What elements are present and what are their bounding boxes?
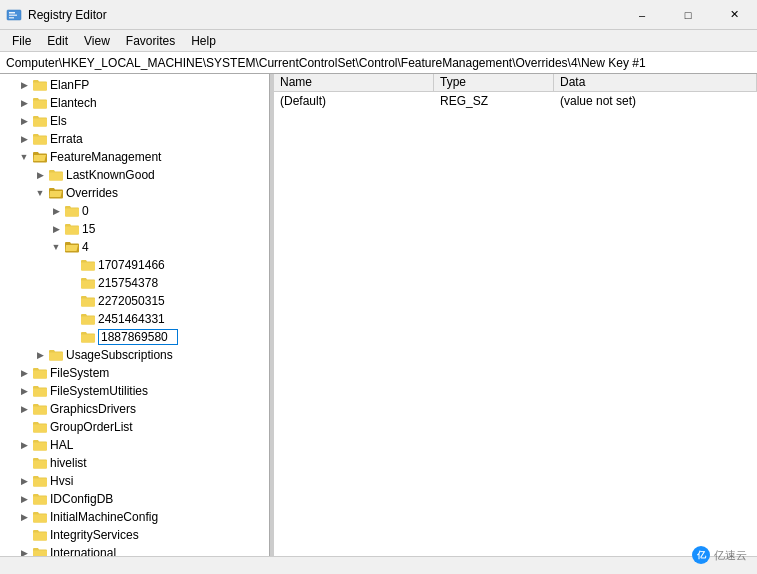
expander-initialmachineconfig[interactable]: ▶ (16, 509, 32, 525)
svg-rect-3 (9, 17, 14, 19)
folder-icon-k2272 (80, 293, 96, 309)
folder-icon-k1707 (80, 257, 96, 273)
expander-errata[interactable]: ▶ (16, 131, 32, 147)
address-bar: Computer\HKEY_LOCAL_MACHINE\SYSTEM\Curre… (0, 52, 757, 74)
expander-hvsi[interactable]: ▶ (16, 473, 32, 489)
folder-icon-k1887 (80, 329, 96, 345)
minimize-button[interactable]: – (619, 0, 665, 30)
registry-row-default[interactable]: (Default) REG_SZ (value not set) (274, 92, 757, 110)
tree-item-overrides[interactable]: ▼ Overrides (0, 184, 269, 202)
right-pane: Name Type Data (Default) REG_SZ (value n… (274, 74, 757, 556)
tree-label-fifteen: 15 (82, 222, 95, 236)
menu-help[interactable]: Help (183, 32, 224, 50)
menu-edit[interactable]: Edit (39, 32, 76, 50)
expander-fifteen[interactable]: ▶ (48, 221, 64, 237)
tree-rename-input-k1887[interactable] (98, 329, 178, 345)
expander-featuremgmt[interactable]: ▼ (16, 149, 32, 165)
folder-icon-graphicsdrivers (32, 401, 48, 417)
expander-integrityservices-empty (16, 527, 32, 543)
folder-icon-four (64, 239, 80, 255)
expander-idconfigdb[interactable]: ▶ (16, 491, 32, 507)
folder-icon-featuremgmt (32, 149, 48, 165)
folder-icon-zero (64, 203, 80, 219)
expander-elantech[interactable]: ▶ (16, 95, 32, 111)
tree-item-idconfigdb[interactable]: ▶ IDConfigDB (0, 490, 269, 508)
cell-type-default: REG_SZ (434, 94, 554, 108)
tree-item-k2451[interactable]: 2451464331 (0, 310, 269, 328)
tree-label-elantech: Elantech (50, 96, 97, 110)
tree-item-graphicsdrivers[interactable]: ▶ GraphicsDrivers (0, 400, 269, 418)
tree-item-integrityservices[interactable]: IntegrityServices (0, 526, 269, 544)
tree-item-hivelist[interactable]: hivelist (0, 454, 269, 472)
expander-hivelist-empty (16, 455, 32, 471)
tree-label-four: 4 (82, 240, 89, 254)
tree-item-errata[interactable]: ▶ Errata (0, 130, 269, 148)
expander-graphicsdrivers[interactable]: ▶ (16, 401, 32, 417)
tree-label-lastknowngood: LastKnownGood (66, 168, 155, 182)
tree-item-usagesubs[interactable]: ▶ UsageSubscriptions (0, 346, 269, 364)
menu-favorites[interactable]: Favorites (118, 32, 183, 50)
tree-label-filesystemutil: FileSystemUtilities (50, 384, 148, 398)
expander-elanfp[interactable]: ▶ (16, 77, 32, 93)
tree-item-four[interactable]: ▼ 4 (0, 238, 269, 256)
tree-item-grouporderlist[interactable]: GroupOrderList (0, 418, 269, 436)
tree-item-k1887[interactable] (0, 328, 269, 346)
tree-item-k2157[interactable]: 215754378 (0, 274, 269, 292)
expander-grouporderlist-empty (16, 419, 32, 435)
expander-usagesubs[interactable]: ▶ (32, 347, 48, 363)
expander-filesystem[interactable]: ▶ (16, 365, 32, 381)
title-bar-title: Registry Editor (28, 8, 107, 22)
expander-zero[interactable]: ▶ (48, 203, 64, 219)
right-pane-header: Name Type Data (274, 74, 757, 92)
maximize-button[interactable]: □ (665, 0, 711, 30)
tree-label-initialmachineconfig: InitialMachineConfig (50, 510, 158, 524)
watermark-text: 亿速云 (714, 548, 747, 563)
expander-lastknowngood[interactable]: ▶ (32, 167, 48, 183)
expander-k2451-empty (64, 311, 80, 327)
tree-item-hvsi[interactable]: ▶ Hvsi (0, 472, 269, 490)
tree-item-k1707[interactable]: 1707491466 (0, 256, 269, 274)
expander-four[interactable]: ▼ (48, 239, 64, 255)
folder-icon-hivelist (32, 455, 48, 471)
tree-label-k2272: 2272050315 (98, 294, 165, 308)
tree-item-international[interactable]: ▶ International (0, 544, 269, 556)
main-content: ▶ ElanFP ▶ Elantech ▶ Els (0, 74, 757, 556)
title-bar: Registry Editor – □ ✕ (0, 0, 757, 30)
tree-item-els[interactable]: ▶ Els (0, 112, 269, 130)
tree-item-hal[interactable]: ▶ HAL (0, 436, 269, 454)
watermark-icon-text: 亿 (697, 549, 706, 562)
tree-item-elantech[interactable]: ▶ Elantech (0, 94, 269, 112)
folder-icon-filesystemutil (32, 383, 48, 399)
tree-item-zero[interactable]: ▶ 0 (0, 202, 269, 220)
tree-label-idconfigdb: IDConfigDB (50, 492, 113, 506)
tree-item-initialmachineconfig[interactable]: ▶ InitialMachineConfig (0, 508, 269, 526)
tree-label-grouporderlist: GroupOrderList (50, 420, 133, 434)
tree-item-k2272[interactable]: 2272050315 (0, 292, 269, 310)
expander-international[interactable]: ▶ (16, 545, 32, 556)
tree-label-elanfp: ElanFP (50, 78, 89, 92)
folder-icon-overrides (48, 185, 64, 201)
tree-item-featuremgmt[interactable]: ▼ FeatureManagement (0, 148, 269, 166)
tree-item-filesystem[interactable]: ▶ FileSystem (0, 364, 269, 382)
close-button[interactable]: ✕ (711, 0, 757, 30)
col-header-data: Data (554, 74, 757, 91)
tree-label-usagesubs: UsageSubscriptions (66, 348, 173, 362)
tree-item-lastknowngood[interactable]: ▶ LastKnownGood (0, 166, 269, 184)
menu-file[interactable]: File (4, 32, 39, 50)
tree-item-elanfp[interactable]: ▶ ElanFP (0, 76, 269, 94)
folder-icon-initialmachineconfig (32, 509, 48, 525)
menu-view[interactable]: View (76, 32, 118, 50)
folder-icon-elantech (32, 95, 48, 111)
expander-hal[interactable]: ▶ (16, 437, 32, 453)
expander-overrides[interactable]: ▼ (32, 185, 48, 201)
watermark-icon: 亿 (692, 546, 710, 564)
expander-filesystemutil[interactable]: ▶ (16, 383, 32, 399)
tree-item-filesystemutil[interactable]: ▶ FileSystemUtilities (0, 382, 269, 400)
expander-els[interactable]: ▶ (16, 113, 32, 129)
tree-pane[interactable]: ▶ ElanFP ▶ Elantech ▶ Els (0, 74, 270, 556)
title-bar-left: Registry Editor (6, 7, 107, 23)
tree-item-fifteen[interactable]: ▶ 15 (0, 220, 269, 238)
folder-icon-idconfigdb (32, 491, 48, 507)
folder-icon-elanfp (32, 77, 48, 93)
tree-label-k1707: 1707491466 (98, 258, 165, 272)
